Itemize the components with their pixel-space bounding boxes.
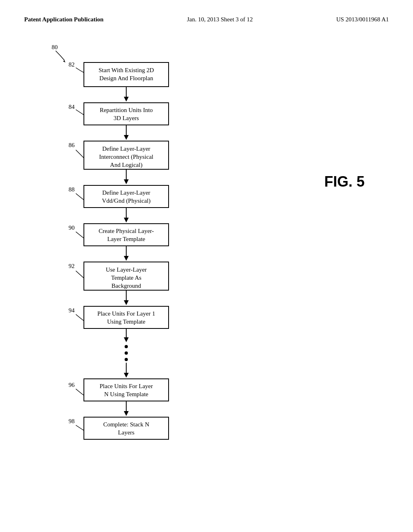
- step-label-92: 92: [69, 263, 75, 269]
- page-header: Patent Application Publication Jan. 10, …: [0, 16, 413, 23]
- box-90: [84, 224, 169, 246]
- box-92-text2: Template As: [111, 274, 141, 281]
- box-84-text1: Repartition Units Into: [100, 107, 153, 113]
- bracket-88: [76, 193, 84, 200]
- box-88-text1: Define Layer-Layer: [102, 189, 150, 196]
- header-date-sheet: Jan. 10, 2013 Sheet 3 of 12: [187, 16, 253, 23]
- label-80: 80: [52, 44, 58, 50]
- box-92-text1: Use Layer-Layer: [106, 266, 147, 273]
- box-98-text2: Layers: [118, 429, 135, 436]
- box-90-text1: Create Physical Layer-: [98, 228, 154, 234]
- bracket-96: [76, 389, 84, 395]
- step-label-82: 82: [69, 61, 75, 68]
- box-86-text2: Interconnect (Physical: [99, 154, 154, 160]
- arrow-dots-96-head: [124, 373, 129, 378]
- bracket-86: [76, 150, 84, 158]
- arrow-94-dots-head: [124, 337, 129, 342]
- arrow-80-head: [63, 60, 65, 62]
- box-96-text2: N Using Template: [104, 391, 148, 397]
- arrow-90-92-head: [124, 256, 129, 261]
- figure-label: FIG. 5: [324, 173, 365, 190]
- box-82: [84, 62, 169, 87]
- header-patent-number: US 2013/0011968 A1: [336, 16, 389, 23]
- arrow-92-94-head: [124, 300, 129, 305]
- box-88-text2: Vdd/Gnd (Physical): [102, 197, 150, 204]
- box-86-text1: Define Layer-Layer: [102, 145, 150, 152]
- step-label-94: 94: [69, 307, 75, 314]
- box-94-text2: Using Template: [107, 318, 146, 325]
- bracket-90: [76, 232, 84, 238]
- box-84: [84, 103, 169, 125]
- box-82-text2: Design And Floorplan: [99, 75, 153, 81]
- step-label-96: 96: [69, 382, 75, 388]
- step-label-86: 86: [69, 142, 75, 148]
- step-label-88: 88: [69, 186, 75, 193]
- box-98: [84, 417, 169, 439]
- arrow-88-90-head: [124, 218, 129, 222]
- step-label-84: 84: [69, 104, 75, 110]
- bracket-92: [76, 271, 84, 278]
- arrow-82-84-head: [124, 97, 129, 102]
- bracket-82: [76, 68, 84, 73]
- box-94: [84, 306, 169, 328]
- bracket-98: [76, 425, 84, 430]
- box-90-text2: Layer Template: [107, 236, 145, 242]
- dot-3: [125, 358, 128, 361]
- dot-1: [125, 345, 128, 348]
- arrow-84-86-head: [124, 135, 129, 140]
- box-96: [84, 379, 169, 401]
- flowchart-diagram: 80 82 Start With Existing 2D Design And …: [24, 40, 250, 508]
- step-label-98: 98: [69, 418, 75, 424]
- bracket-94: [76, 314, 84, 321]
- box-84-text2: 3D Layers: [114, 115, 139, 121]
- arrow-80-curve: [56, 51, 65, 60]
- box-88: [84, 185, 169, 208]
- bracket-84: [76, 110, 84, 115]
- box-94-text1: Place Units For Layer 1: [97, 310, 155, 317]
- box-82-text1: Start With Existing 2D: [98, 67, 154, 73]
- box-86-text3: And Logical): [110, 162, 142, 168]
- step-label-90: 90: [69, 224, 75, 231]
- box-96-text1: Place Units For Layer: [100, 383, 153, 389]
- header-publication-label: Patent Application Publication: [24, 16, 104, 23]
- box-92-text3: Background: [111, 283, 141, 289]
- box-98-text1: Complete: Stack N: [103, 421, 149, 428]
- dot-2: [125, 351, 128, 355]
- arrow-96-98-head: [124, 411, 129, 416]
- arrow-86-88-head: [124, 179, 129, 184]
